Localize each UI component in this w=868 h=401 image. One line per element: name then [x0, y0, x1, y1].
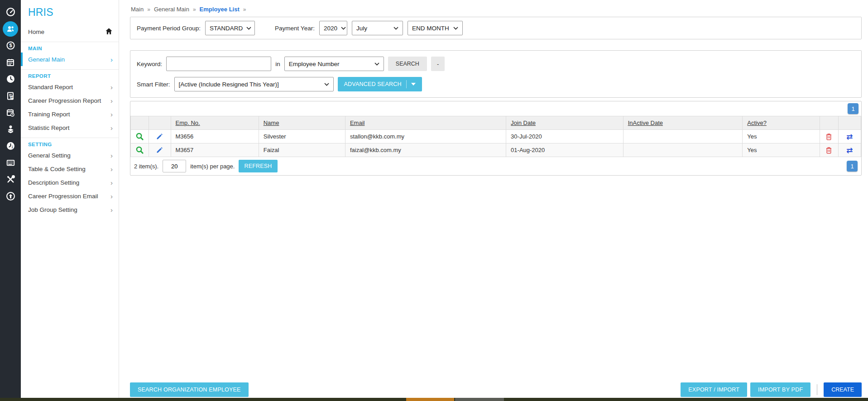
payment-year-select[interactable]: 2020	[319, 21, 347, 35]
app-title[interactable]: HRIS	[21, 4, 119, 25]
payslip-icon[interactable]: $	[0, 87, 21, 104]
breadcrumb-main[interactable]: Main	[131, 6, 144, 13]
smart-filter-row: Smart Filter: [Active (Include Resigned …	[137, 77, 855, 91]
sidebar-item-standard-report[interactable]: Standard Report ›	[21, 80, 119, 94]
chevron-right-icon: ›	[110, 110, 113, 118]
sidebar-item-statistic-report[interactable]: Statistic Report ›	[21, 121, 119, 134]
chevron-down-icon	[393, 27, 398, 30]
payment-period-group-label: Payment Period Group:	[137, 25, 201, 32]
breadcrumb-employee-list[interactable]: Employee List	[200, 6, 240, 13]
sidebar-item-label: Career Progression Report	[28, 97, 101, 104]
sidebar-item-career-progression-email[interactable]: Career Progression Email ›	[21, 189, 119, 203]
chevron-right-icon: ›	[110, 152, 113, 159]
page: $ $ i HRIS Home	[0, 0, 868, 401]
cell-emp-no: M3657	[171, 143, 259, 157]
delete-icon[interactable]	[825, 146, 833, 154]
edit-icon[interactable]	[156, 146, 163, 154]
payment-cycle-value: END MONTH	[412, 25, 449, 32]
edit-icon[interactable]	[156, 133, 163, 140]
action-bar-right: EXPORT / IMPORT IMPORT BY PDF CREATE	[681, 382, 862, 397]
items-per-page-input[interactable]	[163, 160, 186, 172]
payment-cycle-select[interactable]: END MONTH	[408, 21, 463, 35]
training-icon[interactable]	[0, 121, 21, 138]
payment-year-value: 2020	[324, 25, 337, 32]
sidebar: HRIS Home MAIN General Main › REPORT Sta…	[21, 0, 119, 401]
cell-email: faizal@kkb.com.my	[345, 143, 506, 157]
search-organization-employee-button[interactable]: SEARCH ORGANIZATION EMPLOYEE	[130, 382, 249, 397]
calculator-icon[interactable]	[0, 154, 21, 171]
chevron-down-icon	[246, 27, 251, 30]
time-history-icon[interactable]: i	[0, 138, 21, 154]
delete-icon[interactable]	[825, 133, 833, 141]
clock-icon[interactable]	[0, 71, 21, 87]
payment-year-label: Payment Year:	[275, 25, 315, 32]
smart-filter-select[interactable]: [Active (Include Resigned This Year)]	[174, 77, 334, 91]
transfer-icon[interactable]: ⇄	[846, 132, 853, 141]
payroll-icon[interactable]: $	[0, 37, 21, 54]
sidebar-item-label: Table & Code Setting	[28, 166, 86, 172]
employees-icon[interactable]	[0, 20, 21, 37]
payment-period-group-select[interactable]: STANDARD	[205, 21, 255, 35]
advanced-search-button[interactable]: ADVANCED SEARCH	[338, 77, 422, 91]
schedule-icon[interactable]	[0, 104, 21, 121]
collapse-button[interactable]: -	[431, 57, 445, 71]
column-header-label: Name	[264, 119, 279, 126]
sidebar-item-label: General Main	[28, 56, 65, 63]
button-divider	[817, 384, 817, 395]
refresh-button[interactable]: REFRESH	[239, 160, 277, 172]
cell-email: stallon@kkb.com.my	[345, 130, 506, 143]
sidebar-item-table-code-setting[interactable]: Table & Code Setting ›	[21, 162, 119, 176]
chevron-down-icon	[324, 83, 329, 86]
column-header-active[interactable]: Active?	[743, 116, 820, 130]
breadcrumb-separator: »	[243, 6, 246, 13]
payment-period-group-value: STANDARD	[210, 25, 243, 32]
create-button[interactable]: CREATE	[824, 382, 862, 397]
sidebar-item-label: General Setting	[28, 152, 71, 159]
view-icon[interactable]	[135, 132, 144, 141]
payment-month-select[interactable]: July	[352, 21, 403, 35]
chevron-right-icon: ›	[110, 206, 113, 214]
cell-inactive-date	[623, 130, 743, 143]
sidebar-item-general-setting[interactable]: General Setting ›	[21, 148, 119, 162]
column-header-label: Email	[350, 119, 365, 126]
search-button[interactable]: SEARCH	[388, 57, 427, 71]
column-header-name[interactable]: Name	[259, 116, 345, 130]
sidebar-item-home[interactable]: Home	[21, 25, 119, 38]
column-header-join-date[interactable]: Join Date	[506, 116, 623, 130]
sidebar-item-label: Career Progression Email	[28, 193, 98, 200]
tools-icon[interactable]	[0, 171, 21, 188]
breadcrumb-general-main[interactable]: General Main	[154, 6, 189, 13]
breadcrumb-separator: »	[193, 6, 196, 13]
taskbar-edge-strip	[0, 398, 868, 401]
view-icon[interactable]	[135, 146, 144, 154]
sidebar-item-description-setting[interactable]: Description Setting ›	[21, 176, 119, 189]
column-header-inactive-date[interactable]: InActive Date	[623, 116, 743, 130]
keyword-input[interactable]	[166, 57, 271, 71]
calendar-icon[interactable]	[0, 54, 21, 71]
search-field-value: Employee Number	[289, 61, 340, 67]
search-field-select[interactable]: Employee Number	[284, 57, 384, 71]
transfer-icon[interactable]: ⇄	[846, 146, 853, 155]
advanced-search-dropdown[interactable]	[406, 80, 416, 88]
column-header-email[interactable]: Email	[345, 116, 506, 130]
payment-month-value: July	[356, 25, 367, 32]
chevron-right-icon: ›	[110, 124, 113, 132]
employee-table: Emp. No. Name Email Join Date InActive D…	[130, 116, 861, 157]
column-header-emp-no[interactable]: Emp. No.	[171, 116, 259, 130]
sidebar-item-job-group-setting[interactable]: Job Group Setting ›	[21, 203, 119, 216]
breadcrumb: Main » General Main » Employee List »	[131, 6, 861, 13]
sidebar-item-career-progression-report[interactable]: Career Progression Report ›	[21, 94, 119, 107]
cell-active: Yes	[743, 143, 820, 157]
sidebar-item-label: Description Setting	[28, 179, 79, 186]
dashboard-icon[interactable]	[0, 4, 21, 20]
page-1-badge[interactable]: 1	[847, 161, 858, 172]
sidebar-item-training-report[interactable]: Training Report ›	[21, 107, 119, 121]
cell-active: Yes	[743, 130, 820, 143]
sidebar-item-general-main[interactable]: General Main ›	[21, 53, 119, 66]
chevron-right-icon: ›	[110, 83, 113, 91]
sidebar-section-main: MAIN	[21, 42, 119, 53]
export-import-button[interactable]: EXPORT / IMPORT	[681, 382, 747, 397]
import-by-pdf-button[interactable]: IMPORT BY PDF	[750, 382, 810, 397]
page-1-badge[interactable]: 1	[848, 103, 858, 114]
upload-icon[interactable]	[0, 188, 21, 205]
